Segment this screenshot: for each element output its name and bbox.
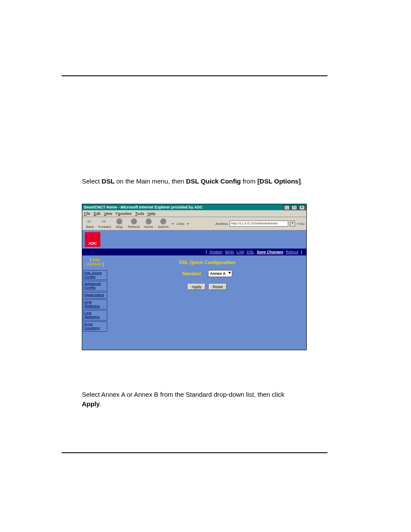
refresh-button[interactable]: Refresh [128, 218, 140, 229]
text-options: [DSL Options] [257, 177, 301, 185]
sidebar-heading: [ DSL Options ] [83, 258, 107, 267]
nav-save-changes[interactable]: Save Changes [257, 250, 283, 254]
standard-row: Standard Annex A [108, 270, 306, 277]
sidebar-item-dsl-quick-config[interactable]: DSL Quick Config [83, 270, 107, 280]
text: . [100, 400, 102, 408]
text: on the Main menu, then [115, 177, 186, 185]
address-dropdown[interactable]: ▾ [290, 221, 295, 227]
bracket: [ [206, 250, 207, 254]
text-quick: DSL Quick Config [186, 177, 241, 185]
nav-reboot[interactable]: Reboot [286, 250, 298, 254]
forward-button[interactable]: ⇨Forward [99, 218, 111, 229]
text: Select Annex A or Annex B from the Stand… [82, 391, 284, 398]
close-button[interactable]: × [299, 205, 305, 210]
titlebar: SmartCNCT Home - Microsoft Internet Expl… [82, 204, 306, 210]
panel-title: DSL Quick Configuration [108, 260, 306, 265]
step-2: Select Annex A or Annex B from the Stand… [82, 390, 306, 409]
address-bar: Address http://11.0.0.1/DslAdminAdmin ▾ … [215, 221, 305, 227]
refresh-icon [131, 218, 137, 224]
page: Select DSL on the Main menu, then DSL Qu… [0, 0, 411, 532]
sidebar-item-atm-statistics[interactable]: ATM Statistics [83, 299, 107, 310]
back-icon: ⇦ [87, 218, 93, 224]
sidebar-item-link-statistics[interactable]: Link Statistics [83, 310, 107, 320]
stop-button[interactable]: Stop [113, 218, 125, 229]
divider-top [62, 75, 327, 76]
standard-select[interactable]: Annex A [208, 270, 232, 277]
text-dsl: DSL [102, 177, 115, 185]
nav-dsl[interactable]: DSL [246, 250, 254, 254]
toolbar-more-2[interactable]: » [187, 222, 189, 226]
standard-label: Standard [182, 271, 201, 276]
content-row: [ DSL Options ] DSL Quick Config Advance… [82, 255, 306, 351]
nav-wan[interactable]: WAN [225, 250, 234, 254]
button-row: Apply Reset [108, 284, 306, 290]
text: from [241, 177, 257, 185]
menu-tools[interactable]: Tools [135, 212, 144, 216]
menu-help[interactable]: Help [147, 212, 156, 216]
toolbar: ⇦Back ⇨Forward Stop Refresh Home Search … [82, 217, 306, 230]
bracket: ] [301, 250, 302, 254]
back-button[interactable]: ⇦Back [84, 218, 96, 229]
apply-button[interactable]: Apply [188, 284, 206, 290]
minimize-button[interactable]: _ [284, 205, 290, 210]
text: . [301, 177, 302, 185]
menu-file[interactable]: File [84, 212, 90, 216]
nav-lan[interactable]: LAN [237, 250, 244, 254]
logo: ADC [85, 232, 100, 247]
home-icon [146, 218, 152, 224]
browser-window: SmartCNCT Home - Microsoft Internet Expl… [82, 204, 307, 350]
stop-icon [116, 218, 122, 224]
main-panel: DSL Quick Configuration Standard Annex A… [108, 255, 306, 351]
home-button[interactable]: Home [143, 218, 155, 229]
divider-bottom [62, 452, 327, 453]
forward-icon: ⇨ [102, 218, 108, 224]
text-apply: Apply [82, 400, 100, 408]
menu-favorites[interactable]: Favorites [115, 212, 131, 216]
sidebar-item-diagnostics[interactable]: Diagnostics [83, 292, 107, 299]
nav-system[interactable]: System [209, 250, 222, 254]
search-button[interactable]: Search [157, 218, 169, 229]
address-input[interactable]: http://11.0.0.1/DslAdminAdmin [230, 221, 288, 227]
sidebar: [ DSL Options ] DSL Quick Config Advance… [82, 255, 108, 351]
reset-button[interactable]: Reset [209, 284, 227, 290]
step-1: Select DSL on the Main menu, then DSL Qu… [82, 177, 308, 196]
toolbar-more-1[interactable]: » [172, 222, 174, 226]
menu-edit[interactable]: Edit [94, 212, 101, 216]
text: Select [82, 177, 102, 185]
maximize-button[interactable]: □ [291, 205, 297, 210]
menubar: File Edit View Favorites Tools Help [82, 210, 306, 217]
go-button[interactable]: ⇨Go [297, 222, 305, 226]
menu-view[interactable]: View [104, 212, 112, 216]
links-label: Links [176, 222, 184, 226]
search-icon [160, 218, 166, 224]
logo-strip: ADC [82, 230, 306, 249]
window-controls: _ □ × [283, 205, 305, 210]
top-nav: [ System WAN LAN DSL Save Changes Reboot… [82, 249, 306, 255]
window-title: SmartCNCT Home - Microsoft Internet Expl… [84, 205, 202, 209]
sidebar-item-error-counters[interactable]: Error Counters [83, 321, 107, 332]
address-label: Address [215, 222, 228, 226]
sidebar-item-advanced-config[interactable]: Advanced Config [83, 281, 107, 291]
